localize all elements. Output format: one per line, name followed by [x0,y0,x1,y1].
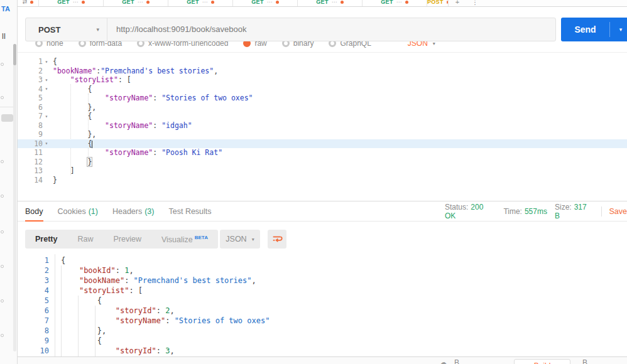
stat-value: 557ms [525,207,547,216]
code-line[interactable]: 2"bookName":"Premchand's best stories", [18,67,627,76]
chevron-down-icon: ▾ [252,237,254,242]
request-tab-stub[interactable]: ⇄ [18,0,39,7]
wrap-text-button[interactable] [268,230,286,249]
new-tab-button[interactable]: + [449,0,466,7]
response-format-select[interactable]: JSON ▾ [220,230,260,249]
send-options-caret-icon[interactable]: ▾ [610,26,627,33]
code-text: }, [53,103,96,112]
method-label: POST [38,25,60,35]
body-type-radio-GraphQL[interactable]: GraphQL [329,41,371,48]
chevron-down-icon: ▾ [96,26,99,33]
raw-language-select[interactable]: JSON▾ [408,41,435,48]
request-tab[interactable]: GET⋯ [104,0,168,7]
response-tab-cookies[interactable]: Cookies(1) [58,201,98,222]
sidebar-history-item[interactable] [1,160,4,163]
code-line[interactable]: 6 }, [18,103,627,112]
view-mode-pretty[interactable]: Pretty [25,230,67,249]
chevron-down-icon: ▾ [433,41,435,46]
send-button[interactable]: Send ▾ [561,18,627,41]
fold-caret-icon[interactable]: ▾ [43,59,50,65]
sidebar-filter-label[interactable]: ll [2,31,6,41]
response-tab-count: (1) [89,207,98,216]
code-text: ] [53,166,75,175]
tab-method-label: GET [381,0,393,5]
sidebar-scrollbar[interactable] [13,44,16,351]
code-text: { [61,256,65,265]
url-row: POST ▾ http://localhost:9091/book/savebo… [18,7,627,41]
code-line[interactable]: 1▾{ [18,57,627,67]
request-tab[interactable]: GET⋯ [168,0,233,7]
sidebar-history-item[interactable] [1,96,4,99]
code-line[interactable]: 8 "storyName": "idgah" [18,121,627,131]
radio-icon [282,41,290,47]
body-type-radio-binary[interactable]: binary [282,41,314,48]
code-text: "storyId": 3, [61,346,175,355]
code-line: 4 "storyList": [ [18,286,627,296]
fold-caret-icon[interactable]: ▾ [43,77,50,83]
response-tab-headers[interactable]: Headers(3) [112,201,155,222]
sidebar-history-item[interactable] [1,265,4,268]
code-line[interactable]: 14} [18,176,627,185]
body-type-radio-form-data[interactable]: form-data [79,41,122,48]
code-text: { [53,57,57,66]
method-select[interactable]: POST ▾ [26,18,107,41]
code-line[interactable]: 5 "storyName": "Stories of two oxes" [18,94,627,103]
url-input[interactable]: http://localhost:9091/book/savebook [107,18,555,41]
view-mode-visualize[interactable]: VisualizeBETA [151,228,218,249]
code-line[interactable]: 11 "storyName": "Poosh Ki Rat" [18,148,627,158]
line-number: 3 [18,75,43,84]
request-tab[interactable]: POST [427,0,449,7]
sidebar-history-item[interactable] [1,230,4,233]
line-number: 13 [18,166,43,175]
unsaved-dot-icon [447,1,448,4]
code-text: "bookName": "Premchand's best stories", [61,276,256,285]
view-mode-preview[interactable]: Preview [103,230,151,249]
sidebar-history-item[interactable] [1,195,4,198]
sidebar-scrollbar-thumb[interactable] [13,44,16,65]
fold-caret-icon[interactable]: ▾ [43,86,50,92]
sidebar-history-item[interactable] [1,334,4,337]
request-tab[interactable]: GET⋯ [39,0,104,7]
code-line: 1{ [18,255,627,265]
view-mode-switch: PrettyRawPreviewVisualizeBETA [25,230,218,249]
sidebar-history-item[interactable] [1,299,4,302]
build-toggle-button[interactable]: Build [514,359,570,364]
request-tab[interactable]: GET⋯ [363,0,427,7]
sidebar-history-item[interactable] [1,63,4,66]
code-line[interactable]: 10▾ { [18,139,627,149]
browse-label[interactable]: B [582,358,587,364]
code-line[interactable]: 7▾ { [18,112,627,121]
response-tab-test-results[interactable]: Test Results [168,201,211,222]
response-tab-body[interactable]: Body [25,201,43,222]
body-type-label: GraphQL [340,41,371,48]
view-mode-raw[interactable]: Raw [67,230,103,249]
line-number: 1 [18,256,49,265]
fold-caret-icon[interactable]: ▾ [43,141,50,146]
code-line[interactable]: 9 }, [18,130,627,139]
sidebar: TA ll [0,0,18,364]
sidebar-workspace-label[interactable]: TA [1,5,10,13]
body-type-radio-raw[interactable]: raw [243,41,266,48]
response-meta-row: BodyCookies(1)Headers(3)Test Results Sta… [18,201,627,222]
response-stat: Size:317 B [555,203,594,220]
code-line: 7 "storyName": "Stories of two oxes" [18,316,627,326]
divider [601,206,602,217]
code-line[interactable]: 13 ] [18,166,627,176]
request-tab[interactable]: GET⋯ [298,0,363,7]
code-line[interactable]: 3▾ "storyList": [ [18,75,627,85]
tab-method-label: GET [57,0,69,5]
body-type-radio-none[interactable]: none [35,41,63,48]
code-line[interactable]: 12 } [18,158,627,167]
request-body-editor[interactable]: 1▾{2"bookName":"Premchand's best stories… [18,53,627,201]
save-response-button[interactable]: Save [609,207,627,216]
tab-menu-button[interactable]: ⋮ [466,0,484,7]
code-line[interactable]: 4▾ { [18,85,627,94]
fold-caret-icon[interactable]: ▾ [43,114,50,119]
code-text: "storyName": "Stories of two oxes" [53,94,253,102]
body-type-radio-x-www-form-urlencoded[interactable]: x-www-form-urlencoded [137,41,228,48]
code-text: }, [61,326,106,335]
radio-icon [79,41,86,47]
sidebar-selected-item[interactable] [1,114,13,122]
response-tab-label: Headers [112,207,142,216]
request-tab[interactable]: GET⋯ [233,0,298,7]
